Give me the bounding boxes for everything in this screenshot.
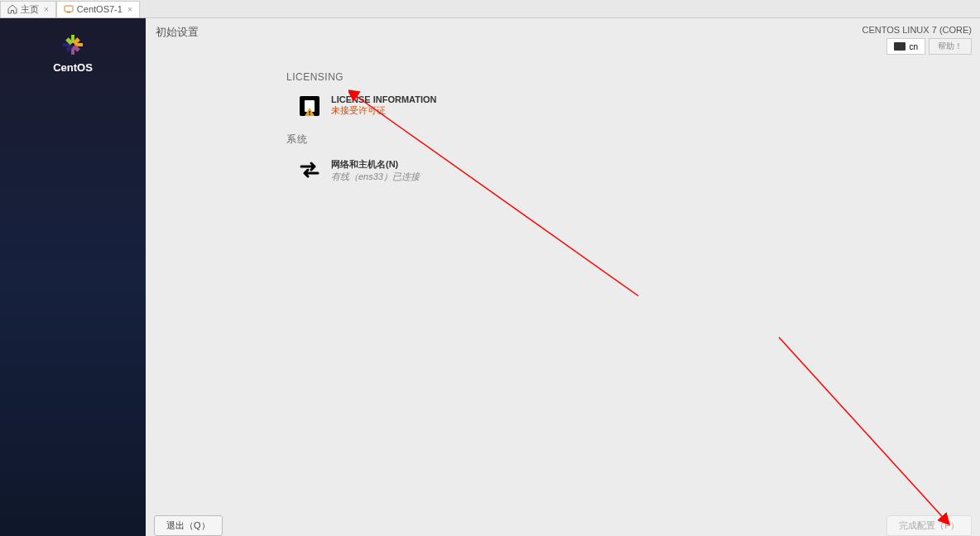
tab-home[interactable]: 主页 × (0, 1, 56, 17)
sections: LICENSING ! LICENSE INFORMATION 未接受许可证 系… (146, 55, 980, 198)
network-icon (296, 158, 323, 181)
license-information-spoke[interactable]: ! LICENSE INFORMATION 未接受许可证 (296, 94, 980, 118)
licensing-section-header: LICENSING (286, 71, 980, 83)
license-icon: ! (296, 94, 323, 118)
help-button[interactable]: 帮助！ (929, 38, 972, 55)
finish-config-button[interactable]: 完成配置（F） (886, 515, 972, 536)
license-status: 未接受许可证 (331, 104, 437, 117)
svg-rect-1 (67, 12, 70, 13)
annotation-arrow-2 (775, 333, 957, 532)
tab-vm-label: CentOS7-1 (77, 4, 122, 14)
system-section-header: 系统 (286, 133, 980, 147)
main-container: CentOS 初始设置 CENTOS LINUX 7 (CORE) cn 帮助！… (0, 18, 980, 536)
svg-rect-0 (65, 6, 73, 12)
home-icon (7, 4, 17, 14)
quit-button[interactable]: 退出（Q） (154, 515, 223, 536)
tab-bar: 主页 × CentOS7-1 × (0, 0, 980, 18)
header-right: CENTOS LINUX 7 (CORE) cn 帮助！ (862, 25, 972, 55)
lang-label: cn (909, 42, 918, 51)
license-text: LICENSE INFORMATION 未接受许可证 (331, 94, 437, 117)
svg-line-17 (779, 337, 949, 524)
header-row: 初始设置 CENTOS LINUX 7 (CORE) cn 帮助！ (146, 18, 980, 55)
tab-home-label: 主页 (21, 3, 39, 16)
network-title: 网络和主机名(N) (331, 158, 420, 171)
page-title: 初始设置 (156, 25, 199, 40)
keyboard-icon (894, 42, 906, 51)
centos-logo-icon (61, 33, 84, 56)
close-icon[interactable]: × (44, 5, 49, 14)
os-label: CENTOS LINUX 7 (CORE) (862, 25, 972, 35)
sidebar: CentOS (0, 18, 146, 536)
network-text: 网络和主机名(N) 有线（ens33）已连接 (331, 158, 420, 183)
tab-vm[interactable]: CentOS7-1 × (56, 1, 140, 17)
network-status: 有线（ens33）已连接 (331, 171, 420, 183)
vm-icon (64, 4, 74, 14)
footer: 退出（Q） 完成配置（F） (146, 514, 980, 536)
license-title: LICENSE INFORMATION (331, 94, 437, 104)
centos-brand-label: CentOS (53, 61, 93, 74)
svg-text:!: ! (309, 109, 311, 117)
close-icon[interactable]: × (127, 5, 132, 14)
language-button[interactable]: cn (886, 38, 925, 55)
network-hostname-spoke[interactable]: 网络和主机名(N) 有线（ens33）已连接 (296, 158, 980, 183)
content-area: 初始设置 CENTOS LINUX 7 (CORE) cn 帮助！ LICENS… (146, 18, 980, 536)
header-buttons: cn 帮助！ (886, 38, 972, 55)
